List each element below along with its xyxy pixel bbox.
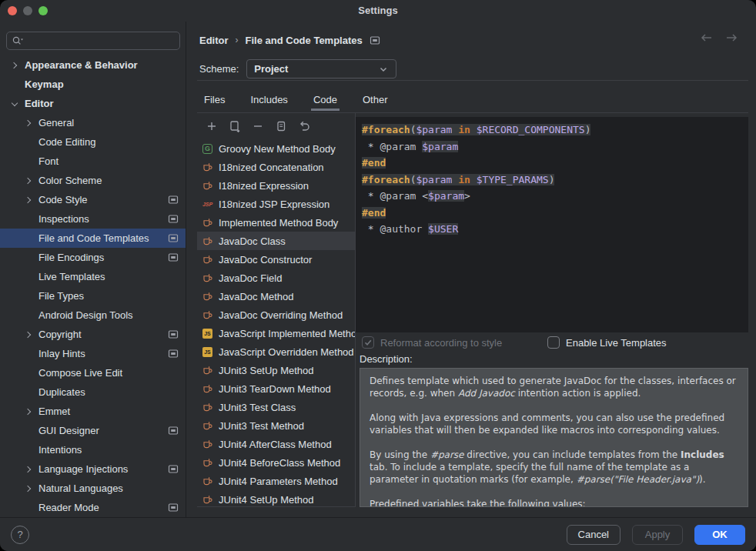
template-list-item[interactable]: I18nized Concatenation <box>197 158 355 176</box>
chevron-icon[interactable] <box>22 117 35 129</box>
template-list-item[interactable]: JS JavaScript Overridden Method <box>197 342 355 361</box>
chevron-icon[interactable] <box>22 175 35 187</box>
tab[interactable]: Includes <box>248 89 289 111</box>
sidebar-item[interactable]: File Encodings <box>0 248 186 267</box>
apply-button[interactable]: Apply <box>632 525 683 545</box>
template-list-item[interactable]: JUnit3 Test Class <box>197 398 355 416</box>
template-name: JUnit4 SetUp Method <box>219 494 314 506</box>
sidebar-item[interactable]: Inspections <box>0 209 186 229</box>
title-bar: Settings <box>0 0 756 22</box>
tab[interactable]: Files <box>202 89 227 111</box>
reformat-option[interactable]: Reformat according to style <box>362 336 502 349</box>
sidebar-item[interactable]: Live Templates <box>0 267 186 286</box>
copy-template-button[interactable] <box>273 119 289 134</box>
template-list-item[interactable]: JUnit4 AfterClass Method <box>197 435 355 453</box>
tab[interactable]: Other <box>360 89 390 111</box>
sidebar-item[interactable]: Editor <box>0 94 186 113</box>
create-child-template-button[interactable] <box>227 119 243 134</box>
template-list-item[interactable]: JUnit4 SetUp Method <box>197 490 355 507</box>
sidebar-item[interactable]: Natural Languages <box>0 479 186 498</box>
ok-button[interactable]: OK <box>694 525 745 545</box>
sidebar-item-label: Natural Languages <box>38 483 123 494</box>
remove-template-button[interactable] <box>250 119 266 134</box>
sidebar-item[interactable]: Code Editing <box>0 132 186 152</box>
sidebar-item-label: Duplicates <box>38 386 85 398</box>
sidebar-item[interactable]: General <box>0 113 186 132</box>
template-list-item[interactable]: JavaDoc Method <box>197 287 355 306</box>
template-list-item[interactable]: JavaDoc Class <box>197 232 355 250</box>
sidebar-item[interactable]: Appearance & Behavior <box>0 55 186 75</box>
tab[interactable]: Code <box>311 89 340 111</box>
reformat-checkbox[interactable] <box>362 336 374 349</box>
chevron-icon[interactable] <box>8 98 21 110</box>
template-list-item[interactable]: JavaDoc Field <box>197 269 355 287</box>
java-icon <box>202 383 213 395</box>
chevron-icon[interactable] <box>8 59 21 72</box>
sidebar-item[interactable]: Compose Live Edit <box>0 363 186 382</box>
java-icon <box>202 162 213 173</box>
sidebar-item[interactable]: Color Scheme <box>0 171 186 190</box>
sidebar-item-label: Code Style <box>38 194 88 205</box>
pane-settings-icon <box>168 252 179 262</box>
sidebar-item[interactable]: File Types <box>0 286 186 306</box>
template-editor[interactable]: #foreach($param in $RECORD_COMPONENTS) *… <box>356 117 748 332</box>
sidebar-item[interactable]: Copyright <box>0 325 186 344</box>
breadcrumb: Editor › File and Code Templates <box>199 31 380 49</box>
template-list-item[interactable]: Implemented Method Body <box>197 213 355 232</box>
pane-settings-icon <box>168 329 179 339</box>
chevron-icon[interactable] <box>22 483 35 495</box>
template-name: JavaDoc Overriding Method <box>219 309 343 321</box>
template-list-item[interactable]: JUnit3 TearDown Method <box>197 379 355 398</box>
forward-arrow-icon[interactable] <box>725 32 739 43</box>
sidebar-item[interactable]: Reader Mode <box>0 498 186 517</box>
js-icon: JS <box>202 328 213 339</box>
live-templates-option[interactable]: Enable Live Templates <box>547 336 667 349</box>
reset-template-button[interactable] <box>296 119 312 134</box>
template-name: Groovy New Method Body <box>219 143 336 155</box>
java-icon <box>202 272 213 284</box>
chevron-icon[interactable] <box>22 329 35 341</box>
sidebar-item[interactable]: Inlay Hints <box>0 344 186 363</box>
template-list-item[interactable]: JSP I18nized JSP Expression <box>197 195 355 213</box>
sidebar-item-label: Code Editing <box>38 136 95 148</box>
sidebar-item[interactable]: Intentions <box>0 440 186 459</box>
template-list-item[interactable]: JUnit4 BeforeClass Method <box>197 453 355 472</box>
template-list-item[interactable]: JS JavaScript Implemented Method <box>197 324 355 342</box>
sidebar-item[interactable]: Keymap <box>0 75 186 94</box>
sidebar-item[interactable]: Code Style <box>0 190 186 209</box>
chevron-icon[interactable] <box>22 194 35 206</box>
template-list-item[interactable]: JUnit4 Parameters Method <box>197 472 355 490</box>
scheme-dropdown[interactable]: Project <box>246 59 396 78</box>
chevron-icon[interactable] <box>22 406 35 418</box>
template-list-item[interactable]: I18nized Expression <box>197 176 355 195</box>
sidebar-item[interactable]: Android Design Tools <box>0 306 186 325</box>
template-list-item[interactable]: JUnit3 SetUp Method <box>197 361 355 379</box>
live-templates-checkbox[interactable] <box>547 336 560 349</box>
pane-settings-icon <box>168 195 179 205</box>
pane-settings-icon <box>168 426 179 436</box>
sidebar-item[interactable]: Font <box>0 152 186 171</box>
add-template-button[interactable] <box>204 119 219 134</box>
template-list-item[interactable]: JavaDoc Constructor <box>197 250 355 269</box>
sidebar-item[interactable]: GUI Designer <box>0 421 186 440</box>
sidebar-item[interactable]: File and Code Templates <box>0 229 186 248</box>
sidebar-item[interactable]: Emmet <box>0 402 186 421</box>
pane-settings-icon <box>168 214 179 224</box>
search-input[interactable] <box>6 32 180 50</box>
cancel-button[interactable]: Cancel <box>567 525 621 545</box>
back-arrow-icon[interactable] <box>699 32 713 43</box>
template-list: G Groovy New Method Body I18nized Concat… <box>197 139 355 507</box>
sidebar-item[interactable]: Duplicates <box>0 382 186 402</box>
template-name: JUnit3 Test Class <box>219 402 296 413</box>
template-list-item[interactable]: JUnit3 Test Method <box>197 416 355 435</box>
sidebar-item-label: Intentions <box>38 444 82 456</box>
template-list-item[interactable]: G Groovy New Method Body <box>197 139 355 158</box>
chevron-icon[interactable] <box>22 463 35 476</box>
help-button[interactable]: ? <box>11 526 29 544</box>
java-icon <box>202 457 213 469</box>
java-icon <box>202 235 213 247</box>
template-list-item[interactable]: JavaDoc Overriding Method <box>197 306 355 324</box>
pane-settings-icon <box>168 349 179 359</box>
breadcrumb-editor[interactable]: Editor <box>199 35 229 46</box>
sidebar-item[interactable]: Language Injections <box>0 459 186 479</box>
